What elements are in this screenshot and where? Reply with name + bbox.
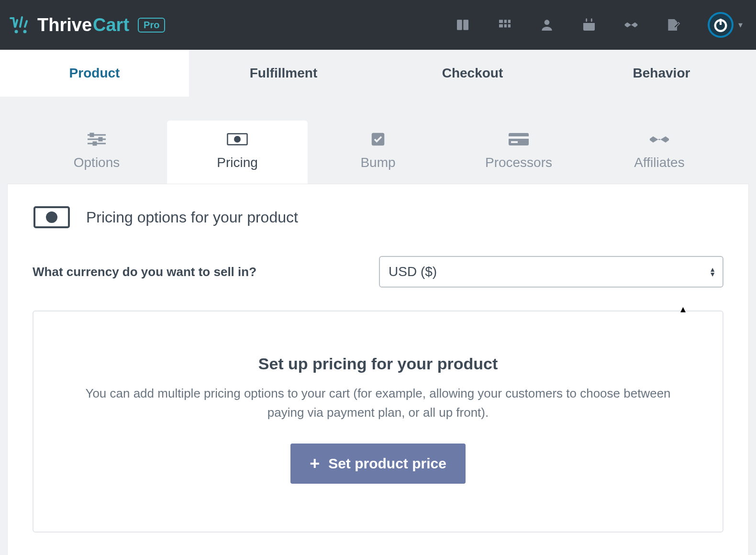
sliders-icon [86,132,108,146]
panel-header: Pricing options for your product [33,205,723,229]
cart-logo-icon [10,15,33,34]
subtab-label: Affiliates [634,155,684,170]
tab-fulfillment[interactable]: Fulfillment [189,50,378,97]
svg-rect-9 [508,24,511,28]
money-icon [33,205,71,229]
svg-rect-8 [504,24,507,28]
svg-point-10 [545,20,550,25]
subtab-pricing[interactable]: Pricing [167,121,308,184]
main-tab-bar: Product Fulfillment Checkout Behavior [0,50,756,97]
svg-rect-27 [509,136,529,139]
svg-rect-18 [90,133,93,136]
subtab-affiliates[interactable]: Affiliates [589,121,730,184]
svg-rect-14 [591,19,592,22]
svg-rect-20 [99,138,102,141]
svg-point-24 [234,136,240,142]
svg-point-1 [23,30,27,33]
svg-rect-12 [583,21,595,23]
calendar-icon[interactable] [581,17,597,33]
svg-point-30 [47,212,56,222]
power-icon[interactable] [708,12,734,38]
subtab-label: Options [74,155,120,170]
pricing-panel: Pricing options for your product What cu… [7,184,749,555]
edit-doc-icon[interactable] [666,17,681,33]
tab-checkout[interactable]: Checkout [378,50,567,97]
pricing-setup-box: Set up pricing for your product You can … [33,311,723,533]
pricing-box-heading: Set up pricing for your product [62,355,694,373]
logo-text-2: Cart [93,15,129,35]
svg-rect-5 [504,20,507,23]
subtab-label: Bump [360,155,395,170]
svg-rect-4 [499,20,503,23]
svg-rect-28 [511,141,518,143]
svg-rect-7 [499,24,503,28]
pro-badge: Pro [138,18,165,33]
account-menu[interactable]: ▾ [708,12,743,38]
pricing-box-description: You can add multiple pricing options to … [84,384,672,422]
subtab-label: Pricing [217,155,258,170]
app-header: ThriveCart Pro ▾ [0,0,756,50]
logo-text-1: Thrive [37,15,92,35]
currency-label: What currency do you want to sell in? [33,265,256,279]
plus-icon: + [310,455,320,472]
currency-select[interactable]: USD ($) ▲▼ [379,256,723,288]
select-arrows-icon: ▲▼ [709,267,716,277]
tab-product[interactable]: Product [0,50,189,97]
subtab-label: Processors [485,155,552,170]
panel-title: Pricing options for your product [86,209,298,226]
chevron-down-icon: ▾ [738,20,743,30]
svg-rect-26 [509,133,529,145]
svg-rect-3 [463,20,468,30]
svg-rect-13 [586,19,587,22]
svg-rect-22 [93,142,96,145]
set-product-price-button[interactable]: + Set product price [290,444,466,484]
columns-icon[interactable] [455,17,470,33]
subtab-options[interactable]: Options [26,121,167,184]
grid-icon[interactable] [497,17,512,33]
handshake-icon [648,132,670,146]
handshake-icon[interactable] [623,17,639,33]
logo[interactable]: ThriveCart Pro [10,15,165,35]
tab-behavior[interactable]: Behavior [567,50,756,97]
svg-point-0 [15,30,18,33]
currency-row: What currency do you want to sell in? US… [33,256,723,288]
svg-rect-2 [457,20,462,30]
subtab-processors[interactable]: Processors [448,121,589,184]
user-icon[interactable] [539,17,555,33]
currency-select-value[interactable]: USD ($) [379,256,723,288]
money-icon [226,132,248,146]
subtab-bump[interactable]: Bump [308,121,448,184]
svg-rect-6 [508,20,511,23]
header-icon-bar: ▾ [455,12,743,38]
button-label: Set product price [328,455,446,472]
card-icon [508,132,530,146]
sub-tab-bar: Options Pricing Bump Processors [7,121,749,184]
checkbox-icon [367,132,389,146]
